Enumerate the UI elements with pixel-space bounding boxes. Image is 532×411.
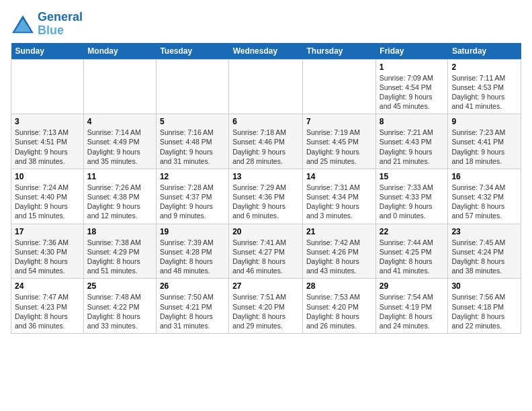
calendar-cell xyxy=(11,59,84,114)
day-header-monday: Monday xyxy=(83,43,156,60)
calendar-cell: 7Sunrise: 7:19 AM Sunset: 4:45 PM Daylig… xyxy=(303,114,376,169)
day-detail: Sunrise: 7:11 AM Sunset: 4:53 PM Dayligh… xyxy=(451,73,517,111)
day-number: 28 xyxy=(306,281,372,291)
day-detail: Sunrise: 7:33 AM Sunset: 4:33 PM Dayligh… xyxy=(380,183,445,221)
day-detail: Sunrise: 7:50 AM Sunset: 4:21 PM Dayligh… xyxy=(160,292,225,330)
calendar-cell xyxy=(83,59,156,114)
day-detail: Sunrise: 7:21 AM Sunset: 4:43 PM Dayligh… xyxy=(380,128,445,166)
day-detail: Sunrise: 7:18 AM Sunset: 4:46 PM Dayligh… xyxy=(232,128,299,166)
day-number: 26 xyxy=(160,281,225,291)
day-detail: Sunrise: 7:23 AM Sunset: 4:41 PM Dayligh… xyxy=(451,128,517,166)
day-number: 14 xyxy=(306,172,372,181)
day-number: 3 xyxy=(15,117,80,126)
day-number: 30 xyxy=(451,281,517,291)
calendar-cell: 19Sunrise: 7:39 AM Sunset: 4:28 PM Dayli… xyxy=(156,224,228,279)
calendar-header-row: SundayMondayTuesdayWednesdayThursdayFrid… xyxy=(11,43,521,60)
calendar-cell: 15Sunrise: 7:33 AM Sunset: 4:33 PM Dayli… xyxy=(375,169,448,224)
day-number: 4 xyxy=(87,117,152,126)
calendar-cell: 14Sunrise: 7:31 AM Sunset: 4:34 PM Dayli… xyxy=(303,169,376,224)
day-detail: Sunrise: 7:48 AM Sunset: 4:22 PM Dayligh… xyxy=(87,292,152,330)
day-number: 23 xyxy=(451,227,517,236)
calendar-cell: 30Sunrise: 7:56 AM Sunset: 4:18 PM Dayli… xyxy=(448,279,521,334)
day-number: 24 xyxy=(15,281,80,291)
day-detail: Sunrise: 7:44 AM Sunset: 4:25 PM Dayligh… xyxy=(380,238,445,276)
calendar-cell: 12Sunrise: 7:28 AM Sunset: 4:37 PM Dayli… xyxy=(156,169,228,224)
day-detail: Sunrise: 7:19 AM Sunset: 4:45 PM Dayligh… xyxy=(306,128,372,166)
calendar-cell xyxy=(229,59,303,114)
day-number: 6 xyxy=(232,117,299,126)
calendar-cell: 9Sunrise: 7:23 AM Sunset: 4:41 PM Daylig… xyxy=(448,114,521,169)
day-number: 22 xyxy=(380,227,445,236)
calendar-cell: 16Sunrise: 7:34 AM Sunset: 4:32 PM Dayli… xyxy=(448,169,521,224)
calendar-cell xyxy=(156,59,228,114)
calendar-cell: 22Sunrise: 7:44 AM Sunset: 4:25 PM Dayli… xyxy=(375,224,448,279)
calendar-cell: 21Sunrise: 7:42 AM Sunset: 4:26 PM Dayli… xyxy=(303,224,376,279)
day-detail: Sunrise: 7:39 AM Sunset: 4:28 PM Dayligh… xyxy=(160,238,225,276)
calendar-cell: 1Sunrise: 7:09 AM Sunset: 4:54 PM Daylig… xyxy=(375,59,448,114)
day-header-tuesday: Tuesday xyxy=(156,43,228,60)
day-number: 15 xyxy=(380,172,445,181)
day-number: 7 xyxy=(306,117,372,126)
calendar-cell: 6Sunrise: 7:18 AM Sunset: 4:46 PM Daylig… xyxy=(229,114,303,169)
calendar-cell: 8Sunrise: 7:21 AM Sunset: 4:43 PM Daylig… xyxy=(375,114,448,169)
calendar-cell: 25Sunrise: 7:48 AM Sunset: 4:22 PM Dayli… xyxy=(83,279,156,334)
day-number: 27 xyxy=(232,281,299,291)
day-number: 11 xyxy=(87,172,152,181)
calendar-cell: 2Sunrise: 7:11 AM Sunset: 4:53 PM Daylig… xyxy=(448,59,521,114)
day-detail: Sunrise: 7:34 AM Sunset: 4:32 PM Dayligh… xyxy=(451,183,517,221)
day-number: 12 xyxy=(160,172,225,181)
day-number: 5 xyxy=(160,117,225,126)
calendar-cell: 4Sunrise: 7:14 AM Sunset: 4:49 PM Daylig… xyxy=(83,114,156,169)
calendar-cell: 17Sunrise: 7:36 AM Sunset: 4:30 PM Dayli… xyxy=(11,224,84,279)
day-number: 29 xyxy=(380,281,445,291)
day-detail: Sunrise: 7:38 AM Sunset: 4:29 PM Dayligh… xyxy=(87,238,152,276)
calendar-cell: 27Sunrise: 7:51 AM Sunset: 4:20 PM Dayli… xyxy=(229,279,303,334)
day-detail: Sunrise: 7:28 AM Sunset: 4:37 PM Dayligh… xyxy=(160,183,225,221)
day-detail: Sunrise: 7:53 AM Sunset: 4:20 PM Dayligh… xyxy=(306,292,372,330)
day-detail: Sunrise: 7:56 AM Sunset: 4:18 PM Dayligh… xyxy=(451,292,517,330)
calendar-cell: 28Sunrise: 7:53 AM Sunset: 4:20 PM Dayli… xyxy=(303,279,376,334)
calendar-week-row: 3Sunrise: 7:13 AM Sunset: 4:51 PM Daylig… xyxy=(11,114,521,169)
day-detail: Sunrise: 7:47 AM Sunset: 4:23 PM Dayligh… xyxy=(15,292,80,330)
day-detail: Sunrise: 7:51 AM Sunset: 4:20 PM Dayligh… xyxy=(232,292,299,330)
day-number: 8 xyxy=(380,117,445,126)
day-detail: Sunrise: 7:13 AM Sunset: 4:51 PM Dayligh… xyxy=(15,128,80,166)
calendar-cell: 29Sunrise: 7:54 AM Sunset: 4:19 PM Dayli… xyxy=(375,279,448,334)
day-number: 2 xyxy=(451,62,517,72)
calendar-cell: 11Sunrise: 7:26 AM Sunset: 4:38 PM Dayli… xyxy=(83,169,156,224)
day-detail: Sunrise: 7:24 AM Sunset: 4:40 PM Dayligh… xyxy=(15,183,80,221)
day-number: 9 xyxy=(451,117,517,126)
page-header: GeneralBlue xyxy=(11,11,521,38)
calendar-week-row: 10Sunrise: 7:24 AM Sunset: 4:40 PM Dayli… xyxy=(11,169,521,224)
day-number: 20 xyxy=(232,227,299,236)
calendar-table: SundayMondayTuesdayWednesdayThursdayFrid… xyxy=(11,43,521,334)
day-detail: Sunrise: 7:16 AM Sunset: 4:48 PM Dayligh… xyxy=(160,128,225,166)
logo-icon xyxy=(11,14,35,34)
day-detail: Sunrise: 7:31 AM Sunset: 4:34 PM Dayligh… xyxy=(306,183,372,221)
calendar-cell: 10Sunrise: 7:24 AM Sunset: 4:40 PM Dayli… xyxy=(11,169,84,224)
day-detail: Sunrise: 7:26 AM Sunset: 4:38 PM Dayligh… xyxy=(87,183,152,221)
day-number: 13 xyxy=(232,172,299,181)
calendar-cell: 3Sunrise: 7:13 AM Sunset: 4:51 PM Daylig… xyxy=(11,114,84,169)
logo-text: GeneralBlue xyxy=(38,11,83,38)
day-number: 21 xyxy=(306,227,372,236)
day-header-wednesday: Wednesday xyxy=(229,43,303,60)
calendar-week-row: 1Sunrise: 7:09 AM Sunset: 4:54 PM Daylig… xyxy=(11,59,521,114)
calendar-cell: 26Sunrise: 7:50 AM Sunset: 4:21 PM Dayli… xyxy=(156,279,228,334)
day-number: 1 xyxy=(380,62,445,72)
calendar-cell: 18Sunrise: 7:38 AM Sunset: 4:29 PM Dayli… xyxy=(83,224,156,279)
day-detail: Sunrise: 7:36 AM Sunset: 4:30 PM Dayligh… xyxy=(15,238,80,276)
day-detail: Sunrise: 7:41 AM Sunset: 4:27 PM Dayligh… xyxy=(232,238,299,276)
calendar-cell xyxy=(303,59,376,114)
logo: GeneralBlue xyxy=(11,11,83,38)
day-header-friday: Friday xyxy=(375,43,448,60)
day-number: 18 xyxy=(87,227,152,236)
calendar-cell: 20Sunrise: 7:41 AM Sunset: 4:27 PM Dayli… xyxy=(229,224,303,279)
day-detail: Sunrise: 7:09 AM Sunset: 4:54 PM Dayligh… xyxy=(380,73,445,111)
day-detail: Sunrise: 7:14 AM Sunset: 4:49 PM Dayligh… xyxy=(87,128,152,166)
calendar-week-row: 24Sunrise: 7:47 AM Sunset: 4:23 PM Dayli… xyxy=(11,279,521,334)
calendar-cell: 5Sunrise: 7:16 AM Sunset: 4:48 PM Daylig… xyxy=(156,114,228,169)
day-number: 10 xyxy=(15,172,80,181)
day-number: 16 xyxy=(451,172,517,181)
day-header-saturday: Saturday xyxy=(448,43,521,60)
